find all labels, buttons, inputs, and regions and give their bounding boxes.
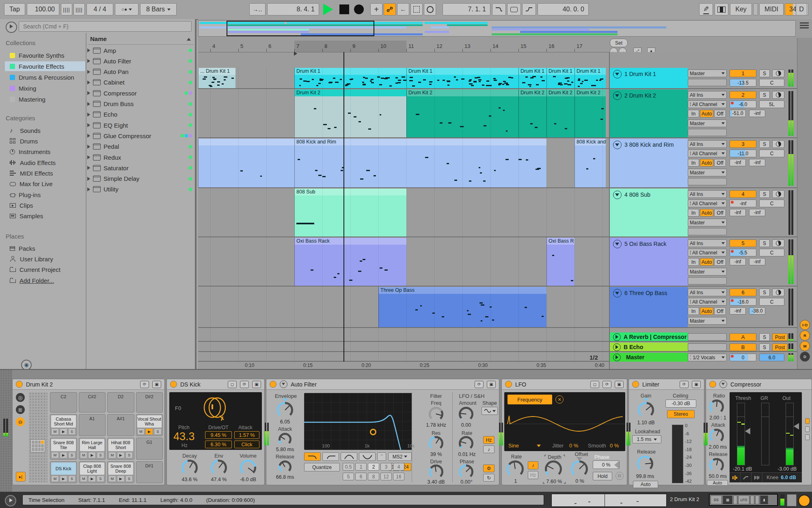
- arm-record-button[interactable]: [772, 190, 784, 198]
- device-side-button-3[interactable]: [805, 434, 810, 440]
- pad-mute-button[interactable]: M: [108, 452, 116, 458]
- filter-display[interactable]: 1001k10k: [304, 393, 412, 450]
- expand-triangle-icon[interactable]: [87, 145, 90, 149]
- send-a-field[interactable]: -inf: [730, 159, 746, 166]
- monitor-off-button[interactable]: Off: [714, 159, 726, 167]
- list-item[interactable]: Cabinet: [87, 77, 194, 88]
- minimap-device[interactable]: [755, 495, 759, 504]
- browser-divider[interactable]: [86, 33, 86, 369]
- quantize-value-button[interactable]: 8: [368, 473, 379, 480]
- lookahead-menu[interactable]: 1.5 ms: [632, 435, 661, 443]
- nudge-down-button[interactable]: ||||: [61, 3, 72, 15]
- input-routing-menu[interactable]: All Ins: [688, 91, 727, 99]
- jitter-value[interactable]: 0 %: [569, 443, 578, 449]
- knob-release[interactable]: [637, 456, 653, 472]
- list-item[interactable]: Redux: [87, 152, 194, 163]
- track-activator-button[interactable]: 5: [730, 239, 756, 247]
- quantize-value-button[interactable]: 12: [380, 473, 392, 480]
- clip-mini-view[interactable]: [551, 494, 667, 507]
- sidebar-item-mastering[interactable]: Mastering: [5, 94, 85, 104]
- expand-triangle-icon[interactable]: [87, 70, 90, 74]
- clip[interactable]: 808 Kick and Rim: [294, 139, 546, 187]
- disk-overload-indicator[interactable]: D: [796, 3, 807, 15]
- sidebar-item-sounds[interactable]: ♪Sounds: [5, 126, 85, 135]
- monitor-in-button[interactable]: In: [688, 209, 699, 217]
- monitor-off-button[interactable]: Off: [714, 307, 726, 315]
- pad-preview-button[interactable]: ▶: [60, 452, 67, 458]
- track-activator-button[interactable]: 1: [730, 69, 756, 77]
- loop-length-field[interactable]: 40. 0. 0: [538, 3, 589, 15]
- clip[interactable]: Drum Kit 2: [294, 89, 406, 137]
- knob-lfo-amount[interactable]: [459, 407, 473, 421]
- knob-drive[interactable]: [429, 465, 443, 479]
- arm-record-button[interactable]: [772, 289, 784, 296]
- knob-lfo-rate[interactable]: [507, 460, 524, 478]
- mixer-section-toggle-io[interactable]: I·O: [800, 320, 810, 330]
- pad-solo-button[interactable]: S: [68, 452, 76, 458]
- list-item[interactable]: EQ Eight: [87, 120, 194, 130]
- pad-preview-button[interactable]: ▶: [145, 428, 153, 435]
- track-fold-button[interactable]: [613, 191, 622, 199]
- filter-type-highpass-button[interactable]: [322, 452, 339, 461]
- device-fold-button[interactable]: [719, 380, 727, 388]
- track-fold-button[interactable]: [613, 91, 622, 100]
- sidebar-item-audio-effects[interactable]: Audio Effects: [5, 158, 85, 167]
- knob-envelope-release[interactable]: [279, 460, 292, 473]
- device-title-bar[interactable]: LFO◻⟳▣: [502, 379, 627, 390]
- sidebar-item-drums[interactable]: Drums: [5, 136, 85, 146]
- clip[interactable]: Drum Kit 1: [518, 68, 546, 88]
- pad-solo-button[interactable]: S: [97, 452, 104, 458]
- drum-pad-selected[interactable]: DS KickM▶S: [50, 461, 77, 483]
- rate-hz-button[interactable]: Hz: [528, 471, 538, 479]
- pad-mute-button[interactable]: M: [137, 428, 145, 435]
- knob-decay[interactable]: [181, 460, 198, 476]
- input-routing-menu[interactable]: All Ins: [688, 190, 727, 198]
- filter-type-bandpass-button[interactable]: [341, 452, 357, 461]
- monitor-off-button[interactable]: Off: [714, 258, 726, 266]
- swap-icon[interactable]: ⟳: [240, 381, 249, 388]
- drum-pad[interactable]: A1: [79, 414, 106, 436]
- pan-field[interactable]: C: [759, 298, 784, 306]
- pad-preview-button[interactable]: ▶: [117, 475, 125, 482]
- output-routing-menu[interactable]: Master: [688, 119, 727, 127]
- pad-preview-button[interactable]: ▶: [88, 475, 96, 482]
- device-side-button-2[interactable]: [805, 426, 810, 432]
- nudge-up-button[interactable]: ||||: [73, 3, 85, 15]
- expand-triangle-icon[interactable]: [87, 155, 90, 159]
- quantize-value-button[interactable]: 3: [380, 463, 392, 471]
- device-title-bar[interactable]: Auto Filter⟳▣: [266, 379, 499, 390]
- loop-start-field[interactable]: 7. 1. 1: [443, 3, 490, 15]
- track-activator-button[interactable]: 4: [730, 190, 756, 198]
- send-a-field[interactable]: -inf: [730, 307, 746, 315]
- master-gain-field[interactable]: 6.0: [759, 354, 784, 361]
- rate-hz-button[interactable]: Hz: [483, 436, 495, 444]
- solo-button[interactable]: S: [759, 140, 770, 148]
- arm-record-button[interactable]: [772, 239, 784, 247]
- stop-button[interactable]: [339, 4, 349, 14]
- device-title-bar[interactable]: Drum Kit 2⟳▣: [13, 379, 164, 390]
- sidebar-item-favourite-effects[interactable]: Favourite Effects: [5, 61, 85, 71]
- knob-release[interactable]: [709, 458, 724, 473]
- drum-pad[interactable]: C#2: [79, 392, 106, 412]
- track-fold-button[interactable]: [613, 333, 621, 341]
- quantize-menu[interactable]: 8 Bars: [140, 3, 177, 15]
- send-b-field[interactable]: -38.0: [749, 307, 765, 315]
- knee-value[interactable]: 6.0 dB: [781, 475, 796, 480]
- send-b-field[interactable]: -inf: [749, 209, 765, 216]
- device-activator-led[interactable]: [170, 381, 177, 388]
- track-fold-button[interactable]: [613, 240, 622, 248]
- sidebar-item-midi-effects[interactable]: MIDI Effects: [5, 168, 85, 178]
- punch-in-button[interactable]: [492, 3, 506, 15]
- re-enable-automation-button[interactable]: ←: [397, 3, 409, 15]
- drum-pad[interactable]: D#1: [136, 461, 163, 483]
- drum-pad[interactable]: A#1: [107, 414, 134, 436]
- output-routing-menu[interactable]: Master: [688, 268, 727, 276]
- return-activator-button[interactable]: B: [730, 343, 756, 351]
- drum-pad[interactable]: Snare 808 TiteM▶S: [50, 438, 77, 460]
- list-item[interactable]: Compressor: [87, 88, 194, 98]
- sidebar-item-packs[interactable]: Packs: [5, 243, 85, 253]
- drum-pad[interactable]: G1: [136, 438, 163, 460]
- minimap-device[interactable]: ▮: [760, 495, 768, 504]
- sidebar-item-clips[interactable]: Clips: [5, 200, 85, 210]
- meter-handle-icon[interactable]: [794, 423, 799, 430]
